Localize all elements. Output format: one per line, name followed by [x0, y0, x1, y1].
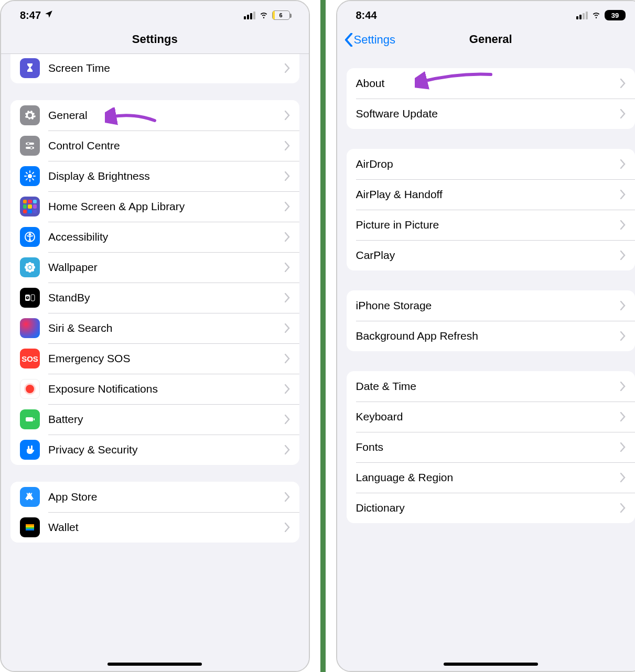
- wifi-icon: [259, 9, 269, 22]
- svg-rect-22: [26, 524, 34, 526]
- row-wallet[interactable]: Wallet: [10, 512, 299, 543]
- svg-rect-23: [26, 526, 34, 527]
- row-siri-search[interactable]: Siri & Search: [10, 313, 299, 343]
- row-accessibility[interactable]: Accessibility: [10, 222, 299, 252]
- row-background-app-refresh[interactable]: Background App Refresh: [347, 321, 636, 351]
- chevron-right-icon: [285, 171, 290, 181]
- row-exposure-notifications[interactable]: Exposure Notifications: [10, 374, 299, 404]
- row-label: Language & Region: [356, 471, 621, 484]
- row-label: iPhone Storage: [356, 299, 621, 312]
- location-icon: [44, 9, 53, 21]
- row-control-centre[interactable]: Control Centre: [10, 131, 299, 161]
- status-bar: 8:44 39: [337, 1, 636, 26]
- row-display-brightness[interactable]: Display & Brightness: [10, 161, 299, 191]
- row-label: Display & Brightness: [48, 170, 285, 182]
- siri-icon: [20, 318, 40, 338]
- row-label: Picture in Picture: [356, 219, 621, 231]
- settings-list: Screen Time General Control Centre: [1, 54, 309, 671]
- row-privacy-security[interactable]: Privacy & Security: [10, 435, 299, 465]
- battery-row-icon: [20, 409, 40, 429]
- row-software-update[interactable]: Software Update: [347, 99, 636, 129]
- row-label: About: [356, 77, 621, 90]
- row-label: Keyboard: [356, 410, 621, 423]
- row-label: Exposure Notifications: [48, 383, 285, 395]
- chevron-right-icon: [620, 251, 626, 260]
- row-emergency-sos[interactable]: SOS Emergency SOS: [10, 343, 299, 374]
- group-screentime: Screen Time: [10, 54, 299, 83]
- row-app-store[interactable]: App Store: [10, 482, 299, 512]
- chevron-right-icon: [285, 202, 290, 211]
- gear-icon: [20, 105, 40, 125]
- row-general[interactable]: General: [10, 100, 299, 131]
- row-label: Privacy & Security: [48, 443, 285, 456]
- row-home-screen[interactable]: Home Screen & App Library: [10, 191, 299, 222]
- chevron-right-icon: [620, 382, 626, 391]
- chevron-right-icon: [620, 442, 626, 452]
- row-wallpaper[interactable]: Wallpaper: [10, 252, 299, 283]
- row-label: App Store: [48, 491, 285, 503]
- group-about: About Software Update: [347, 68, 636, 129]
- row-screen-time[interactable]: Screen Time: [10, 54, 299, 83]
- row-label: AirDrop: [356, 158, 621, 170]
- nav-bar: Settings General: [337, 26, 636, 53]
- chevron-right-icon: [285, 63, 290, 73]
- row-label: Accessibility: [48, 231, 285, 243]
- row-language-region[interactable]: Language & Region: [347, 462, 636, 493]
- appstore-icon: [20, 487, 40, 507]
- clock-icon: [20, 288, 40, 308]
- chevron-right-icon: [620, 331, 626, 341]
- exposure-icon: [20, 379, 40, 399]
- chevron-right-icon: [285, 111, 290, 120]
- back-label: Settings: [354, 33, 396, 47]
- row-label: Home Screen & App Library: [48, 200, 285, 213]
- row-label: AirPlay & Handoff: [356, 188, 621, 201]
- chevron-right-icon: [620, 473, 626, 482]
- app-grid-icon: [20, 197, 40, 216]
- cellular-icon: [576, 12, 588, 19]
- chevron-right-icon: [620, 220, 626, 230]
- cellular-icon: [244, 12, 255, 19]
- hourglass-icon: [20, 58, 40, 78]
- row-iphone-storage[interactable]: iPhone Storage: [347, 290, 636, 321]
- row-carplay[interactable]: CarPlay: [347, 240, 636, 270]
- row-dictionary[interactable]: Dictionary: [347, 493, 636, 523]
- row-keyboard[interactable]: Keyboard: [347, 402, 636, 432]
- page-title: Settings: [132, 32, 178, 46]
- chevron-right-icon: [620, 109, 626, 118]
- row-date-time[interactable]: Date & Time: [347, 371, 636, 402]
- row-label: Software Update: [356, 107, 621, 120]
- chevron-right-icon: [620, 301, 626, 310]
- svg-point-14: [26, 268, 29, 272]
- wallet-icon: [20, 517, 40, 537]
- chevron-right-icon: [620, 412, 626, 421]
- row-standby[interactable]: StandBy: [10, 283, 299, 313]
- row-label: Fonts: [356, 441, 621, 453]
- home-indicator[interactable]: [107, 663, 202, 666]
- row-label: General: [48, 109, 285, 122]
- row-about[interactable]: About: [347, 68, 636, 99]
- status-time: 8:47: [20, 9, 41, 21]
- row-airplay-handoff[interactable]: AirPlay & Handoff: [347, 179, 636, 210]
- row-label: Control Centre: [48, 139, 285, 152]
- chevron-right-icon: [285, 323, 290, 333]
- row-label: StandBy: [48, 291, 285, 304]
- row-battery[interactable]: Battery: [10, 404, 299, 435]
- svg-rect-25: [26, 529, 34, 530]
- row-label: Background App Refresh: [356, 330, 621, 342]
- row-label: Date & Time: [356, 380, 621, 393]
- svg-point-12: [26, 263, 29, 266]
- chevron-right-icon: [620, 79, 626, 88]
- row-label: CarPlay: [356, 249, 621, 262]
- svg-rect-24: [26, 527, 34, 529]
- home-indicator[interactable]: [444, 663, 538, 666]
- back-button[interactable]: Settings: [345, 33, 396, 47]
- chevron-right-icon: [285, 232, 290, 242]
- nav-bar: Settings: [1, 26, 309, 54]
- group-locale: Date & Time Keyboard Fonts Language & Re…: [347, 371, 636, 523]
- battery-icon: 6: [272, 10, 290, 20]
- row-picture-in-picture[interactable]: Picture in Picture: [347, 210, 636, 240]
- row-airdrop[interactable]: AirDrop: [347, 149, 636, 179]
- row-fonts[interactable]: Fonts: [347, 432, 636, 462]
- svg-point-2: [27, 143, 30, 145]
- accessibility-icon: [20, 227, 40, 247]
